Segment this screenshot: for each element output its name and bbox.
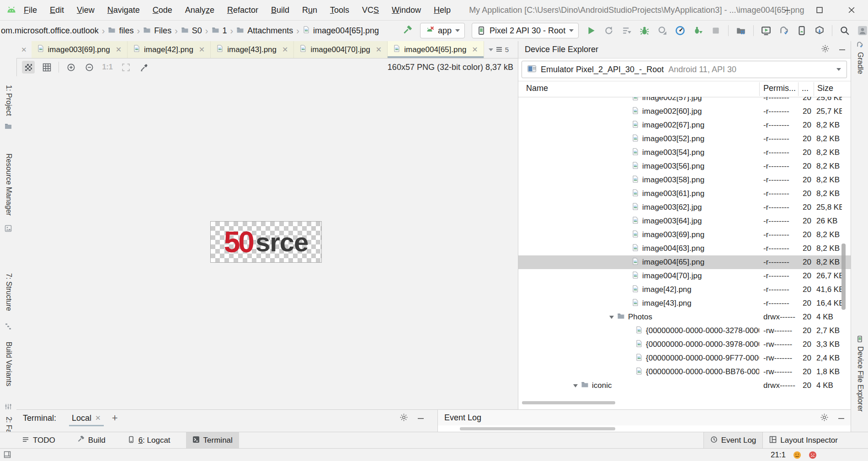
sad-face-icon[interactable] — [809, 451, 817, 459]
zoom-out-button[interactable] — [83, 61, 96, 74]
gear-icon[interactable] — [400, 413, 408, 423]
menu-build[interactable]: Build — [265, 5, 296, 15]
menu-view[interactable]: View — [70, 5, 101, 15]
maximize-button[interactable] — [810, 3, 829, 17]
chevron-expanded-icon[interactable] — [609, 316, 614, 319]
file-row-image003[62].jpg[interactable]: image003[62].jpg-r--------2025,8 KB — [518, 201, 851, 214]
gear-icon[interactable] — [820, 413, 828, 423]
tool-window-button-layout-inspector[interactable]: Layout Inspector — [763, 432, 844, 449]
menu-window[interactable]: Window — [385, 5, 427, 15]
stop-button[interactable] — [710, 25, 721, 36]
search-everywhere-button[interactable] — [839, 25, 850, 36]
breadcrumb-item[interactable]: Attachments — [236, 26, 293, 36]
file-row-image003[58].png[interactable]: image003[58].png-r--------208,2 KB — [518, 173, 851, 187]
menu-code[interactable]: Code — [146, 5, 179, 15]
sdk-manager-button[interactable] — [814, 25, 825, 36]
file-row-image003[56].png[interactable]: image003[56].png-r--------208,2 KB — [518, 159, 851, 173]
device-manager-button[interactable] — [796, 25, 807, 36]
color-picker-button[interactable] — [138, 61, 150, 74]
build-hammer-icon[interactable] — [402, 25, 413, 36]
apply-changes-button[interactable] — [621, 25, 632, 36]
menu-vcs[interactable]: VCS — [356, 5, 385, 15]
sidebar-item-device-file-explorer[interactable]: Device File Explorer — [856, 346, 864, 412]
file-row-image003[61].png[interactable]: image003[61].png-r--------208,2 KB — [518, 187, 851, 201]
menu-tools[interactable]: Tools — [324, 5, 356, 15]
editor-tab-image004[70].jpg[interactable]: image004[70].jpg✕ — [294, 41, 388, 58]
tool-window-button-todo[interactable]: TODO — [16, 432, 62, 449]
menu-analyze[interactable]: Analyze — [179, 5, 221, 15]
file-row-image003[54].png[interactable]: image003[54].png-r--------208,2 KB — [518, 146, 851, 159]
happy-face-icon[interactable] — [793, 451, 801, 459]
file-row-iconic[interactable]: iconicdrwx------204 KB — [518, 379, 851, 392]
file-row-Photos[interactable]: Photosdrwx------204 KB — [518, 310, 851, 324]
breadcrumb-item[interactable]: om.microsoft.office.outlook — [1, 26, 99, 36]
tool-window-toggle-icon[interactable] — [4, 451, 11, 458]
file-row-image004[63].png[interactable]: image004[63].png-r--------208,2 KB — [518, 242, 851, 255]
horizontal-scrollbar[interactable] — [522, 401, 615, 404]
tool-window-button-event-log[interactable]: Event Log — [703, 432, 763, 449]
hidden-tabs-widget[interactable]: 5 — [484, 41, 513, 58]
attach-debugger-button[interactable] — [657, 25, 668, 36]
rerun-button[interactable] — [603, 25, 614, 36]
profile-avatar[interactable] — [857, 25, 868, 36]
column-size[interactable]: Size — [817, 81, 833, 95]
file-row-image003[64].jpg[interactable]: image003[64].jpg-r--------2026 KB — [518, 214, 851, 228]
hide-panel-icon[interactable] — [418, 418, 424, 419]
file-row-{00000000-0000-0000-3978-0000[interactable]: {00000000-0000-0000-3978-0000-rw-------2… — [518, 338, 851, 351]
breadcrumb-item[interactable]: S0 — [181, 26, 202, 36]
chevron-expanded-icon[interactable] — [573, 384, 578, 387]
editor-tab-image004[65].png[interactable]: image004[65].png✕ — [388, 41, 484, 58]
tool-window-button-6-logcat[interactable]: 6: Logcat — [121, 432, 177, 449]
menu-refactor[interactable]: Refactor — [221, 5, 265, 15]
profiler-button[interactable] — [675, 25, 686, 36]
file-row-image002[57].jpg[interactable]: image002[57].jpg-r--------2025,6 KB — [518, 97, 851, 105]
tab-overflow-close-icon[interactable]: ✕ — [16, 41, 32, 58]
file-row-{00000000-0000-0000-BB76-0000[interactable]: {00000000-0000-0000-BB76-0000-rw-------2… — [518, 365, 851, 379]
file-row-{00000000-0000-0000-9F77-0000[interactable]: {00000000-0000-0000-9F77-0000-rw-------2… — [518, 351, 851, 365]
tool-window-button-terminal[interactable]: Terminal — [186, 432, 239, 449]
sidebar-item-1-project[interactable]: 1: Project — [5, 85, 13, 116]
hide-panel-icon[interactable] — [838, 418, 844, 419]
horizontal-scrollbar[interactable] — [460, 427, 615, 430]
menu-file[interactable]: File — [17, 5, 43, 15]
column-permissions[interactable]: Permis... — [763, 81, 796, 95]
file-row-image[42].png[interactable]: image[42].png-r--------2041,6 KB — [518, 283, 851, 297]
run-configuration-select[interactable]: app — [420, 23, 465, 38]
column-date[interactable]: ... — [802, 81, 809, 95]
apply-code-changes-button[interactable] — [692, 25, 703, 36]
editor-tab-image[43].png[interactable]: image[43].png✕ — [211, 41, 294, 58]
run-button[interactable] — [586, 25, 596, 36]
terminal-tab-local[interactable]: Local ✕ — [69, 410, 104, 426]
sidebar-item-build-variants[interactable]: Build Variants — [5, 342, 13, 387]
editor-tab-image003[69].png[interactable]: image003[69].png✕ — [32, 41, 128, 58]
file-row-image004[70].jpg[interactable]: image004[70].jpg-r--------2026,7 KB — [518, 269, 851, 283]
file-row-image[43].png[interactable]: image[43].png-r--------2016,4 KB — [518, 297, 851, 310]
breadcrumb-item[interactable]: Files — [143, 26, 171, 36]
close-tab-icon[interactable]: ✕ — [376, 45, 382, 54]
close-tab-icon[interactable]: ✕ — [472, 45, 478, 54]
tool-window-button-build[interactable]: Build — [71, 432, 112, 449]
hide-panel-icon[interactable] — [839, 49, 845, 50]
file-row-image004[65].png[interactable]: image004[65].png-r--------208,2 KB — [518, 255, 851, 269]
breadcrumb-item[interactable]: files — [108, 26, 133, 36]
target-device-select[interactable]: Pixel 2 API 30 - Root — [472, 23, 579, 38]
file-row-image002[67].png[interactable]: image002[67].png-r--------208,2 KB — [518, 118, 851, 132]
new-terminal-tab-button[interactable]: + — [112, 412, 118, 424]
close-icon[interactable]: ✕ — [95, 414, 101, 422]
file-row-image003[69].png[interactable]: image003[69].png-r--------208,2 KB — [518, 228, 851, 242]
avd-manager-button[interactable] — [761, 25, 772, 36]
grid-toggle[interactable] — [40, 61, 53, 74]
gear-icon[interactable] — [821, 45, 829, 54]
breadcrumb-item[interactable]: 1 — [212, 26, 227, 36]
device-select[interactable]: Emulator Pixel_2_API_30_-_Root Android 1… — [522, 61, 847, 78]
minimize-button[interactable] — [778, 3, 797, 17]
menu-navigate[interactable]: Navigate — [101, 5, 146, 15]
column-name[interactable]: Name — [526, 81, 548, 95]
gradle-sync-button[interactable] — [778, 25, 789, 36]
captures-button[interactable] — [735, 25, 746, 36]
sidebar-item-7-structure[interactable]: 7: Structure — [5, 273, 13, 311]
close-tab-icon[interactable]: ✕ — [282, 45, 288, 54]
file-row-image003[52].png[interactable]: image003[52].png-r--------208,2 KB — [518, 132, 851, 146]
file-row-{00000000-0000-0000-3278-0000[interactable]: {00000000-0000-0000-3278-0000-rw-------2… — [518, 324, 851, 338]
vertical-scrollbar[interactable] — [841, 244, 846, 310]
